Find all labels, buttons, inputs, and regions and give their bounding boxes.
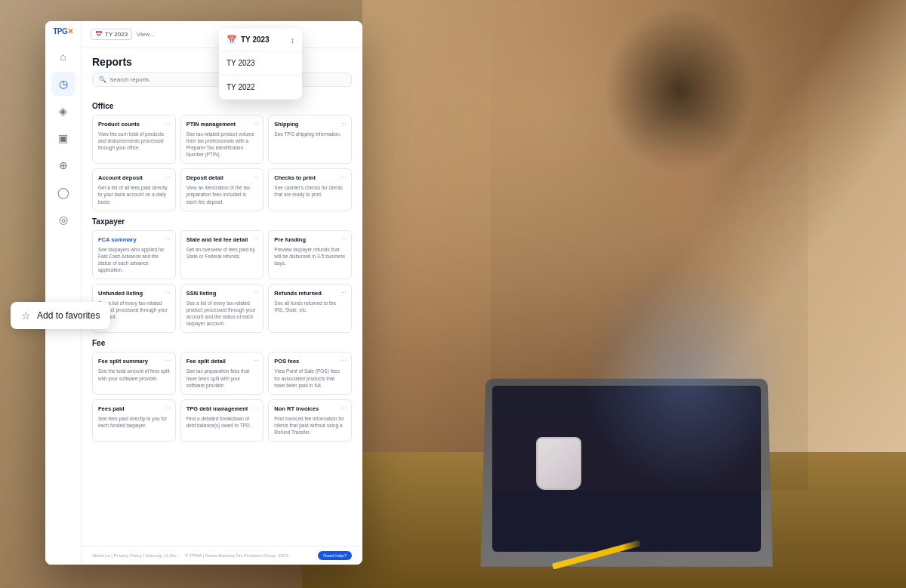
card-pos-fees: POS fees View Point of Sale (POS) fees f… (268, 352, 352, 394)
section-title-taxpayer: Taxpayer (92, 217, 352, 226)
year-dropdown: 📅 TY 2023 ↕ TY 2023 TY 2022 (219, 29, 302, 100)
sidebar-item-user[interactable]: ◯ (51, 180, 76, 205)
card-menu-icon[interactable]: ··· (341, 405, 347, 411)
section-title-fee: Fee (92, 339, 352, 347)
card-menu-icon[interactable]: ··· (165, 289, 171, 296)
card-menu-icon[interactable]: ··· (254, 236, 259, 242)
card-menu-icon[interactable]: ··· (165, 405, 171, 411)
need-help-button[interactable]: Need help? (318, 551, 352, 560)
taxpayer-cards-grid: FCA summary See taxpayers who applied fo… (92, 230, 352, 334)
search-icon: 🔍 (99, 76, 106, 83)
card-fee-split-detail: Fee split detail See tax preparation fee… (180, 352, 264, 394)
card-menu-icon[interactable]: ··· (165, 174, 171, 180)
calendar-icon: 📅 (95, 31, 103, 38)
card-account-deposit: Account deposit Get a list of all fees p… (92, 168, 176, 211)
card-menu-icon[interactable]: ··· (254, 405, 259, 411)
card-pre-funding: Pre funding Preview taxpayer refunds tha… (268, 230, 352, 279)
sidebar-item-chart[interactable]: ◈ (51, 99, 76, 123)
sidebar-item-document[interactable]: ▣ (51, 126, 76, 150)
card-menu-icon[interactable]: ··· (165, 236, 171, 242)
app-window: TPG✕ ⌂ ◷ ◈ ▣ ⊕ ◯ ◎ 📅 TY 2023 View... Rep… (45, 21, 362, 565)
app-logo: TPG✕ (53, 27, 73, 35)
card-menu-icon[interactable]: ··· (341, 120, 347, 127)
card-shipping: Shipping See TPG shipping information. ·… (268, 115, 352, 164)
card-menu-icon[interactable]: ··· (254, 174, 259, 180)
card-fee-split-summary: Fee split summary See the total amount o… (92, 352, 176, 394)
card-checks-to-print: Checks to print See cashier's checks for… (268, 168, 352, 211)
add-to-favorites-tooltip[interactable]: ☆ Add to favorites (11, 302, 110, 329)
year-dropdown-title: 📅 TY 2023 (226, 35, 270, 45)
sidebar-item-settings[interactable]: ◎ (51, 208, 76, 232)
card-fees-paid: Fees paid See fees paid directly to you … (92, 399, 176, 442)
header-left: 📅 TY 2023 View... (91, 29, 155, 40)
main-content: 📅 TY 2023 View... Reports 🔍 Office Produ… (82, 21, 362, 565)
year-option-2022[interactable]: TY 2022 (219, 75, 302, 100)
card-menu-icon[interactable]: ··· (341, 236, 347, 242)
card-deposit-detail: Deposit detail View an itemization of th… (180, 168, 264, 211)
sidebar-item-globe[interactable]: ⊕ (51, 153, 76, 177)
fee-cards-grid: Fee split summary See the total amount o… (92, 352, 352, 442)
year-option-2023[interactable]: TY 2023 (219, 51, 302, 75)
card-product-counts: Product counts View the sum total of pro… (92, 115, 176, 164)
card-menu-icon[interactable]: ··· (165, 357, 171, 364)
card-refunds-returned: Refunds returned See all funds returned … (268, 284, 352, 333)
office-cards-grid: Product counts View the sum total of pro… (92, 115, 352, 211)
card-ssn-listing: SSN listing See a list of every tax-rela… (180, 284, 264, 333)
card-menu-icon[interactable]: ··· (254, 357, 259, 364)
card-tpg-debt: TPG debt management Find a detailed brea… (180, 399, 264, 442)
card-state-fed-fee: State and fed fee detail Get an overview… (180, 230, 264, 279)
footer-nav: About us | Privacy Policy | Sitemap | A … (92, 553, 288, 558)
card-menu-icon[interactable]: ··· (254, 289, 259, 296)
ty-year-badge[interactable]: 📅 TY 2023 (91, 29, 132, 40)
sidebar-item-home[interactable]: ⌂ (51, 45, 76, 69)
star-icon: ☆ (21, 309, 31, 322)
content-area: Office Product counts View the sum total… (82, 91, 362, 546)
page-footer: About us | Privacy Policy | Sitemap | A … (82, 546, 362, 565)
card-ptin-management: PTIN management See tax-related product … (180, 115, 264, 164)
card-non-rt-invoices: Non RT Invoices Find invoiced fee inform… (268, 399, 352, 442)
calendar-icon: 📅 (226, 35, 237, 45)
card-menu-icon[interactable]: ··· (254, 120, 259, 127)
card-menu-icon[interactable]: ··· (341, 289, 347, 296)
card-menu-icon[interactable]: ··· (341, 357, 347, 364)
add-to-favorites-label: Add to favorites (37, 310, 100, 321)
section-title-office: Office (92, 102, 352, 110)
year-dropdown-header: 📅 TY 2023 ↕ (219, 29, 302, 51)
card-menu-icon[interactable]: ··· (341, 174, 347, 180)
sort-icon[interactable]: ↕ (291, 35, 295, 45)
sidebar-item-reports[interactable]: ◷ (51, 72, 76, 96)
sidebar: TPG✕ ⌂ ◷ ◈ ▣ ⊕ ◯ ◎ (45, 21, 82, 565)
card-menu-icon[interactable]: ··· (165, 120, 171, 127)
card-fca-summary: FCA summary See taxpayers who applied fo… (92, 230, 176, 279)
